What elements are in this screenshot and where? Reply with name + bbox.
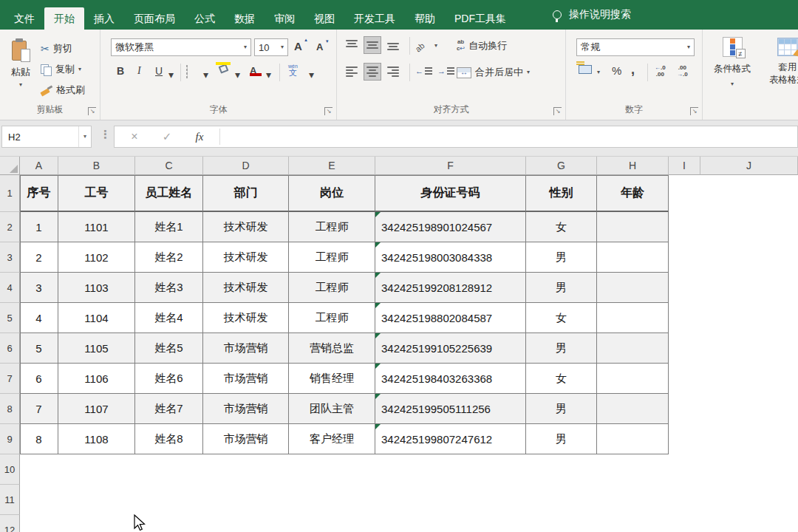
column-header-H[interactable]: H: [597, 157, 669, 175]
menu-tab-help[interactable]: 帮助: [405, 7, 445, 30]
cell-G3[interactable]: 男: [526, 242, 597, 273]
cell-G6[interactable]: 男: [526, 333, 597, 364]
cell-A3[interactable]: 2: [20, 242, 58, 273]
column-header-E[interactable]: E: [289, 157, 375, 175]
cell-A2[interactable]: 1: [20, 212, 58, 242]
align-center-button[interactable]: [364, 63, 381, 81]
cell-A7[interactable]: 6: [20, 364, 58, 394]
cell-C9[interactable]: 姓名8: [135, 424, 203, 454]
column-header-D[interactable]: D: [203, 157, 289, 175]
orientation-dropdown-caret[interactable]: ▾: [434, 43, 437, 49]
number-dialog-launcher[interactable]: ↘: [690, 107, 698, 115]
cell-B5[interactable]: 1104: [58, 303, 135, 333]
cell-G8[interactable]: 男: [526, 394, 597, 424]
cell-F3[interactable]: 342425198003084338: [375, 242, 526, 273]
cell-D8[interactable]: 市场营销: [203, 394, 289, 424]
merge-center-button[interactable]: ↔ 合并后居中 ▾: [457, 64, 530, 81]
font-size-combo[interactable]: 10▾: [254, 38, 288, 56]
copy-button[interactable]: 复制 ▾: [41, 61, 81, 78]
percent-style-button[interactable]: %: [612, 64, 621, 77]
cell-F9[interactable]: 342425199807247612: [375, 424, 526, 454]
cell-D1[interactable]: 部门: [203, 175, 289, 212]
cell-F4[interactable]: 342425199208128912: [375, 273, 526, 303]
cell-F7[interactable]: 342425198403263368: [375, 364, 526, 394]
align-top-button[interactable]: [343, 36, 361, 54]
cell-A8[interactable]: 7: [20, 394, 58, 424]
formula-input[interactable]: [225, 126, 797, 147]
increase-font-size-button[interactable]: A▴: [294, 40, 302, 52]
cell-B8[interactable]: 1107: [58, 394, 135, 424]
cell-D7[interactable]: 市场营销: [203, 364, 289, 394]
orientation-button[interactable]: ab: [415, 40, 424, 53]
align-bottom-button[interactable]: [384, 36, 402, 54]
phonetic-guide-button[interactable]: wén 文: [288, 64, 298, 77]
tell-me-search[interactable]: 操作说明搜索: [553, 0, 631, 30]
cell-C8[interactable]: 姓名7: [135, 394, 203, 424]
cancel-button[interactable]: ×: [123, 126, 146, 147]
cell-G1[interactable]: 性别: [526, 175, 597, 212]
cell-G9[interactable]: 男: [526, 424, 597, 454]
conditional-formatting-button[interactable]: ≠ 条件格式 ▾: [707, 34, 757, 114]
cell-D5[interactable]: 技术研发: [203, 303, 289, 333]
cell-C7[interactable]: 姓名6: [135, 364, 203, 394]
cell-C1[interactable]: 员工姓名: [135, 175, 203, 212]
decrease-decimal-button[interactable]: .00→.0: [677, 65, 688, 78]
cell-H7[interactable]: [597, 364, 669, 394]
row-header-7[interactable]: 7: [0, 364, 20, 394]
row-header-3[interactable]: 3: [0, 242, 20, 273]
underline-button[interactable]: U: [155, 65, 163, 77]
cell-E3[interactable]: 工程师: [289, 242, 375, 273]
format-painter-button[interactable]: 格式刷: [41, 81, 85, 99]
cell-B3[interactable]: 1102: [58, 242, 135, 273]
cell-E2[interactable]: 工程师: [289, 212, 375, 242]
name-box-dropdown-caret[interactable]: ▾: [78, 126, 91, 147]
cell-D2[interactable]: 技术研发: [203, 212, 289, 242]
cell-D3[interactable]: 技术研发: [203, 242, 289, 273]
row-header-9[interactable]: 9: [0, 424, 20, 454]
row-header-5[interactable]: 5: [0, 303, 20, 333]
cell-E1[interactable]: 岗位: [289, 175, 375, 212]
font-color-button[interactable]: A: [250, 64, 256, 76]
column-header-G[interactable]: G: [526, 157, 597, 175]
cell-H2[interactable]: [597, 212, 669, 242]
increase-indent-button[interactable]: →: [437, 66, 454, 75]
paste-dropdown-caret[interactable]: ▾: [19, 82, 22, 88]
bold-button[interactable]: B: [117, 65, 124, 77]
cell-C6[interactable]: 姓名5: [135, 333, 203, 364]
menu-tab-file[interactable]: 文件: [4, 7, 44, 30]
cell-E7[interactable]: 销售经理: [289, 364, 375, 394]
cell-C3[interactable]: 姓名2: [135, 242, 203, 273]
cell-E4[interactable]: 工程师: [289, 273, 375, 303]
menu-tab-insert[interactable]: 插入: [84, 7, 124, 30]
cell-D4[interactable]: 技术研发: [203, 273, 289, 303]
cell-H8[interactable]: [597, 394, 669, 424]
cut-button[interactable]: ✂ 剪切: [41, 40, 72, 58]
borders-button[interactable]: [186, 66, 188, 78]
clipboard-dialog-launcher[interactable]: ↘: [88, 107, 96, 115]
cell-B7[interactable]: 1106: [58, 364, 135, 394]
column-header-F[interactable]: F: [375, 157, 526, 175]
cell-E5[interactable]: 工程师: [289, 303, 375, 333]
search-hint-label[interactable]: 操作说明搜索: [569, 8, 631, 21]
wrap-text-button[interactable]: ab c↩ 自动换行: [457, 37, 507, 55]
row-header-4[interactable]: 4: [0, 273, 20, 303]
cell-B1[interactable]: 工号: [58, 175, 135, 212]
menu-tab-data[interactable]: 数据: [225, 7, 265, 30]
underline-dropdown-caret[interactable]: ▾: [168, 69, 174, 80]
menu-tab-page-layout[interactable]: 页面布局: [124, 7, 185, 30]
row-header-6[interactable]: 6: [0, 333, 20, 364]
cell-B2[interactable]: 1101: [58, 212, 135, 242]
cell-F5[interactable]: 342425198802084587: [375, 303, 526, 333]
font-color-dropdown-caret[interactable]: ▾: [266, 69, 271, 80]
menu-tab-home[interactable]: 开始: [44, 7, 84, 30]
font-name-combo[interactable]: 微软雅黑▾: [111, 38, 251, 56]
select-all-corner[interactable]: [0, 157, 20, 175]
column-header-B[interactable]: B: [58, 157, 135, 175]
cell-G4[interactable]: 男: [526, 273, 597, 303]
cell-G7[interactable]: 女: [526, 364, 597, 394]
decrease-font-size-button[interactable]: A▾: [316, 41, 323, 52]
cell-H5[interactable]: [597, 303, 669, 333]
cell-E8[interactable]: 团队主管: [289, 394, 375, 424]
cell-E6[interactable]: 营销总监: [289, 333, 375, 364]
cell-B6[interactable]: 1105: [58, 333, 135, 364]
